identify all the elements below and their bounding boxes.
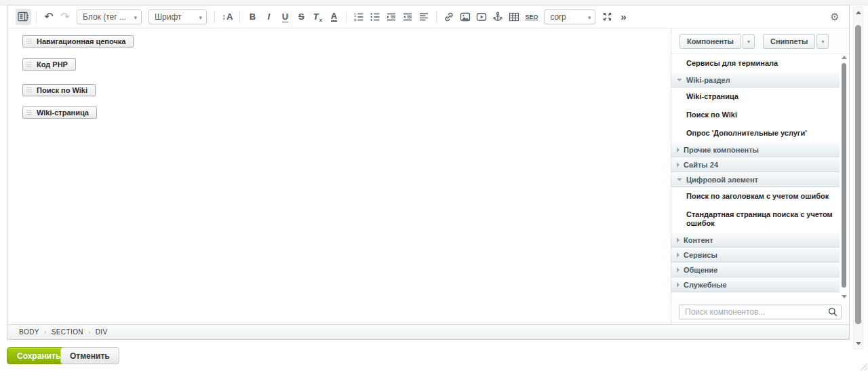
component-row-label: Сервисы (684, 251, 717, 260)
component-row[interactable]: Сервисы для терминала (671, 54, 840, 73)
component-block[interactable]: Поиск по Wiki (22, 84, 96, 96)
tab-snippets-dropdown[interactable] (816, 34, 829, 49)
component-block[interactable]: Код PHP (22, 58, 76, 71)
cancel-button[interactable]: Отменить (60, 347, 119, 364)
scroll-down-icon[interactable] (842, 295, 847, 298)
toolbar-separator (239, 11, 240, 23)
text-color-button[interactable]: A (326, 9, 341, 25)
component-row-label: Опрос 'Дополнительные услуги' (686, 129, 807, 137)
scroll-up-icon[interactable] (842, 56, 847, 59)
template-style-select[interactable]: corp (544, 9, 595, 24)
italic-icon: I (268, 12, 271, 22)
unordered-list-button[interactable] (368, 9, 382, 25)
tab-snippets[interactable]: Сниппеты (763, 34, 829, 49)
font-size-letter: A (226, 12, 233, 22)
components-list-scrollbar[interactable] (841, 56, 847, 298)
breadcrumb-item[interactable]: SECTION (52, 328, 91, 336)
component-row-label: Стандартная страница поиска с учетом оши… (686, 210, 833, 227)
scrollbar-thumb[interactable] (842, 63, 846, 288)
insert-image-button[interactable] (458, 9, 473, 25)
chevron-down-icon (199, 12, 202, 22)
component-block[interactable]: Навигационная цепочка (22, 35, 134, 47)
underline-button[interactable]: U (277, 9, 292, 25)
insert-anchor-button[interactable] (490, 9, 505, 25)
image-icon (460, 12, 471, 22)
section-toggle-icon (677, 237, 679, 243)
ordered-list-button[interactable] (351, 9, 366, 25)
page-scrollbar[interactable] (853, 7, 863, 349)
component-block-label: Код PHP (37, 60, 68, 69)
scroll-up-icon[interactable] (856, 11, 861, 14)
more-tools-button[interactable]: » (616, 9, 631, 25)
editor-canvas[interactable]: Навигационная цепочка Код PHP Поиск по W… (7, 28, 671, 324)
component-row[interactable]: Контент (671, 233, 840, 248)
settings-button[interactable]: ⚙ (827, 9, 842, 25)
component-block-label: Навигационная цепочка (37, 37, 125, 45)
component-row[interactable]: Wiki-раздел (671, 73, 840, 87)
component-row[interactable]: Wiki-страница (671, 87, 840, 106)
underline-icon: U (282, 12, 288, 22)
breadcrumb-item[interactable]: DIV (96, 328, 113, 336)
chevron-down-icon (588, 12, 591, 22)
clear-format-button[interactable]: Tx (310, 9, 325, 25)
align-button[interactable] (416, 9, 431, 25)
scroll-down-icon[interactable] (856, 342, 861, 345)
resize-grip-icon[interactable] (859, 362, 867, 370)
component-row[interactable]: Цифровой элемент (671, 172, 840, 187)
breadcrumb-item[interactable]: BODY (19, 328, 47, 336)
component-row[interactable]: Прочие компоненты (671, 142, 840, 157)
italic-button[interactable]: I (261, 9, 276, 25)
component-row[interactable]: Сайты 24 (671, 157, 840, 172)
section-toggle-icon (677, 178, 682, 181)
redo-button[interactable]: ↷ (58, 9, 73, 25)
link-icon (443, 12, 454, 22)
drag-grip-icon[interactable] (26, 110, 32, 116)
bold-button[interactable]: B (245, 9, 260, 25)
outdent-button[interactable] (400, 9, 415, 25)
component-row[interactable]: Служебные (671, 277, 840, 292)
insert-table-button[interactable] (507, 9, 521, 25)
indent-button[interactable] (384, 9, 399, 25)
component-row[interactable]: Общение (671, 262, 840, 277)
video-icon (476, 12, 487, 22)
font-select[interactable]: Шрифт (149, 9, 207, 24)
component-search-input[interactable] (679, 305, 842, 319)
fullscreen-button[interactable] (599, 9, 614, 25)
gear-icon: ⚙ (830, 11, 839, 23)
clear-format-icon: T (313, 12, 319, 22)
bold-icon: B (250, 12, 256, 22)
font-size-icon: ↕ (222, 12, 226, 22)
chevron-down-icon (134, 12, 137, 22)
section-toggle-icon (677, 267, 679, 273)
tab-snippets-label[interactable]: Сниппеты (763, 34, 815, 49)
component-row-label: Поиск по заголовкам с учетом ошибок (686, 192, 829, 200)
drag-grip-icon[interactable] (26, 39, 32, 45)
component-row[interactable]: Поиск по Wiki (671, 106, 840, 124)
seo-button[interactable]: SEO (523, 9, 540, 25)
tab-components[interactable]: Компоненты (679, 34, 755, 49)
strikethrough-button[interactable]: S (294, 9, 309, 25)
insert-link-button[interactable] (441, 9, 456, 25)
component-row-label: Прочие компоненты (684, 146, 759, 155)
components-panel-toggle-button[interactable] (16, 9, 31, 25)
font-size-button[interactable]: ↕A (220, 9, 235, 25)
toolbar-separator (36, 11, 37, 23)
scrollbar-thumb[interactable] (855, 25, 861, 324)
component-row[interactable]: Поиск по заголовкам с учетом ошибок (671, 187, 840, 206)
tab-components-label[interactable]: Компоненты (679, 34, 741, 49)
component-row[interactable]: Сервисы (671, 248, 840, 262)
toolbar-separator (214, 11, 215, 23)
component-row-label: Контент (684, 236, 713, 245)
sidebar-tabs: Компоненты Сниппеты (671, 28, 849, 54)
component-row[interactable]: Опрос 'Дополнительные услуги' (671, 124, 840, 142)
undo-button[interactable]: ↶ (41, 9, 56, 25)
fullscreen-icon (602, 12, 612, 22)
component-row-label: Сайты 24 (684, 161, 718, 170)
block-format-select[interactable]: Блок (тег ... (77, 9, 142, 24)
drag-grip-icon[interactable] (26, 62, 32, 68)
component-block[interactable]: Wiki-страница (22, 106, 97, 119)
component-row[interactable]: Стандартная страница поиска с учетом оши… (671, 206, 840, 233)
drag-grip-icon[interactable] (26, 87, 32, 94)
tab-components-dropdown[interactable] (743, 34, 755, 49)
insert-video-button[interactable] (474, 9, 489, 25)
